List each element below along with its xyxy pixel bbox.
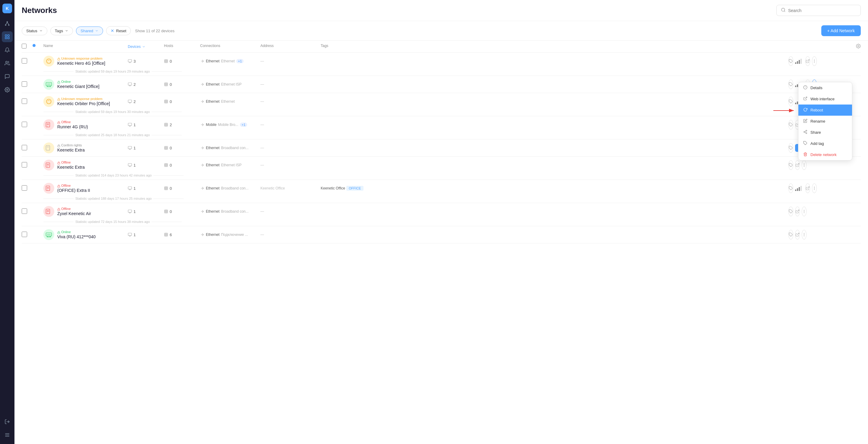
tag-btn[interactable] <box>788 143 793 153</box>
tag-btn[interactable] <box>788 97 793 106</box>
device-info-cell: Unknown response problem Keenetic Orbite… <box>43 96 128 107</box>
svg-rect-53 <box>795 86 796 87</box>
tag-btn[interactable] <box>788 80 793 89</box>
device-list: Unknown response problem Keenetic Hero 4… <box>22 53 861 243</box>
open-external-btn[interactable] <box>805 184 810 193</box>
table-row: Online Viva (RU) 412***040 1 6 Ethernet … <box>22 226 861 243</box>
header-settings[interactable] <box>849 44 861 50</box>
device-count-icon <box>128 82 132 87</box>
stat-row: Statistic updated 188 days 17 hours 25 m… <box>22 197 861 203</box>
context-menu-share[interactable]: Share <box>798 127 852 138</box>
svg-point-10 <box>7 89 8 91</box>
tag-btn[interactable] <box>788 230 793 240</box>
tags-filter-btn[interactable]: Tags <box>50 27 73 35</box>
svg-rect-20 <box>58 59 60 60</box>
svg-point-186 <box>804 234 804 235</box>
tag-btn[interactable] <box>788 56 793 66</box>
connections-cell: Ethernet Ethernet ISP <box>200 82 260 87</box>
sidebar-item-logout[interactable] <box>2 416 13 427</box>
row-checkbox[interactable] <box>22 81 33 88</box>
svg-rect-144 <box>797 188 798 191</box>
device-info: Offline Runner 4G (RU) <box>57 120 88 129</box>
open-external-btn[interactable] <box>805 56 810 66</box>
sidebar-logo[interactable]: K <box>2 4 12 13</box>
device-info-cell: Unknown response problem Keenetic Hero 4… <box>43 56 128 67</box>
tag-btn[interactable] <box>788 207 793 216</box>
open-external-btn[interactable] <box>795 207 800 216</box>
hosts-icon <box>164 59 168 63</box>
device-row-main: Unknown response problem Keenetic Hero 4… <box>22 53 861 70</box>
sidebar-item-alerts[interactable] <box>2 44 13 56</box>
svg-point-127 <box>804 165 804 165</box>
svg-rect-47 <box>164 83 168 86</box>
add-network-button[interactable]: + Add Network <box>821 25 861 36</box>
svg-rect-170 <box>47 234 51 235</box>
row-checkbox[interactable] <box>22 58 33 64</box>
row-checkbox[interactable] <box>22 162 33 168</box>
svg-rect-155 <box>58 209 60 211</box>
tag-btn[interactable] <box>788 184 793 193</box>
tag-btn[interactable] <box>788 160 793 170</box>
sidebar-item-chat[interactable] <box>2 71 13 82</box>
row-checkbox[interactable] <box>22 145 33 151</box>
row-checkbox[interactable] <box>22 209 33 215</box>
row-checkbox[interactable] <box>22 98 33 105</box>
svg-point-84 <box>47 126 48 127</box>
svg-rect-8 <box>8 37 9 39</box>
row-checkbox[interactable] <box>22 122 33 128</box>
sidebar-item-users[interactable] <box>2 58 13 69</box>
header-devices[interactable]: Devices <box>128 44 164 50</box>
device-avatar <box>43 96 54 107</box>
context-menu-delete[interactable]: Delete network <box>798 149 852 160</box>
hosts-icon <box>164 163 168 167</box>
context-menu: DetailsWeb interfaceRebootRenameShareAdd… <box>798 82 852 161</box>
svg-point-19 <box>48 60 49 61</box>
more-actions-btn[interactable] <box>812 56 817 66</box>
header-hosts: Hosts <box>164 44 200 50</box>
row-checkbox[interactable] <box>22 185 33 192</box>
svg-rect-5 <box>5 35 7 36</box>
search-input[interactable] <box>788 8 856 13</box>
context-menu-add-tag[interactable]: Add tag <box>798 138 852 149</box>
connection-icon <box>200 232 204 237</box>
svg-rect-178 <box>164 233 168 236</box>
header-checkbox[interactable] <box>22 44 33 50</box>
sidebar-item-topology[interactable] <box>2 18 13 29</box>
device-avatar <box>43 229 54 240</box>
actions-group <box>788 56 807 66</box>
context-menu-rename[interactable]: Rename <box>798 116 852 127</box>
status-filter-btn[interactable]: Status <box>22 27 47 35</box>
reset-filter-btn[interactable]: ✕ Reset <box>106 26 131 35</box>
more-actions-btn[interactable] <box>802 160 807 170</box>
context-menu-details[interactable]: Details <box>798 82 852 93</box>
context-menu-reboot[interactable]: Reboot <box>798 104 852 116</box>
svg-rect-174 <box>58 232 60 234</box>
row-checkbox[interactable] <box>22 232 33 238</box>
more-actions-btn[interactable] <box>812 184 817 193</box>
svg-point-154 <box>47 213 48 213</box>
sidebar-item-networks[interactable] <box>2 31 13 42</box>
tag-btn[interactable] <box>788 120 793 129</box>
shared-filter-btn[interactable]: Shared <box>76 27 103 35</box>
device-status-text: Online <box>57 80 99 84</box>
actions-group <box>788 207 807 216</box>
sidebar-item-settings[interactable] <box>2 84 13 95</box>
svg-rect-119 <box>164 164 168 167</box>
device-name: Keenetic Giant [Office] <box>57 84 99 89</box>
stat-row: Statistic updated 59 days 19 hours 30 mi… <box>22 110 861 116</box>
open-external-btn[interactable] <box>795 160 800 170</box>
main-content: Networks Status Tags Shared ✕ Reset Show… <box>14 0 868 444</box>
hosts-count-cell: 0 <box>164 163 200 167</box>
more-actions-btn[interactable] <box>802 230 807 240</box>
connections-cell: Ethernet Broadband con... <box>200 186 260 190</box>
svg-line-195 <box>805 132 806 133</box>
svg-rect-156 <box>128 210 132 212</box>
more-actions-btn[interactable] <box>802 207 807 216</box>
svg-point-149 <box>814 188 814 188</box>
search-icon <box>781 7 786 13</box>
context-menu-web-interface[interactable]: Web interface <box>798 93 852 104</box>
connections-cell: Ethernet Ethernet +1 <box>200 59 260 63</box>
sidebar-item-menu[interactable] <box>2 430 13 440</box>
menu-item-label: Reboot <box>810 108 823 113</box>
open-external-btn[interactable] <box>795 230 800 240</box>
